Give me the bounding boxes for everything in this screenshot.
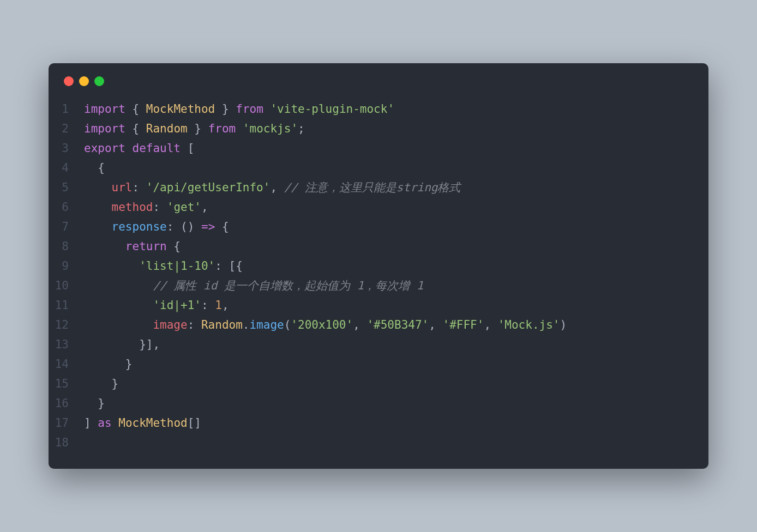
code-token: ,	[484, 318, 497, 331]
code-token: import	[84, 102, 125, 116]
code-token	[84, 259, 139, 273]
code-token	[112, 416, 119, 430]
code-token: :	[133, 181, 146, 194]
code-token: []	[188, 416, 201, 430]
code-token: ,	[353, 318, 367, 331]
line-content: url: '/api/getUserInfo', // 注意，这里只能是stri…	[84, 178, 460, 197]
code-token: return	[125, 240, 167, 253]
code-token	[215, 102, 222, 116]
line-content: response: () => {	[84, 217, 229, 237]
code-token: }	[222, 102, 229, 116]
code-token	[84, 318, 153, 331]
line-number: 16	[49, 394, 84, 413]
line-number: 3	[49, 138, 84, 158]
code-token: '200x100'	[291, 318, 353, 331]
code-token: ,	[270, 181, 284, 194]
code-token: .	[243, 318, 250, 331]
code-token: [	[181, 142, 194, 155]
code-token	[139, 102, 146, 116]
code-line: 18	[49, 433, 708, 452]
code-line: 2import { Random } from 'mockjs';	[49, 119, 708, 138]
code-token: image	[249, 318, 284, 331]
line-content: 'id|+1': 1,	[84, 295, 229, 315]
code-token: ()	[181, 220, 194, 233]
code-token: MockMethod	[146, 102, 215, 116]
code-token: {	[84, 161, 105, 174]
code-line: 1import { MockMethod } from 'vite-plugin…	[49, 99, 708, 119]
code-token: ,	[222, 299, 229, 312]
code-token: from	[236, 102, 263, 116]
code-token: ,	[429, 318, 442, 331]
code-token: // 属性 id 是一个自增数，起始值为 1，每次增 1	[153, 279, 423, 292]
code-token: Random	[146, 122, 188, 135]
code-token	[125, 142, 133, 155]
line-content: // 属性 id 是一个自增数，起始值为 1，每次增 1	[84, 276, 424, 295]
line-content: import { MockMethod } from 'vite-plugin-…	[84, 99, 394, 119]
code-token: {	[133, 122, 140, 135]
code-token: }	[84, 377, 118, 390]
line-content: }],	[84, 335, 160, 354]
code-token	[188, 122, 195, 135]
code-token: : [{	[215, 259, 243, 273]
code-token	[84, 220, 112, 233]
line-content: }	[84, 354, 133, 374]
line-content: method: 'get',	[84, 197, 208, 217]
code-line: 7 response: () => {	[49, 217, 708, 237]
code-token	[194, 220, 201, 233]
code-token: '/api/getUserInfo'	[146, 181, 271, 194]
line-number: 15	[49, 374, 84, 394]
code-editor[interactable]: 1import { MockMethod } from 'vite-plugin…	[49, 99, 708, 452]
code-token	[125, 122, 133, 135]
traffic-lights	[49, 76, 708, 99]
code-token: 'mockjs'	[243, 122, 298, 135]
code-token: 'id|+1'	[153, 299, 201, 312]
code-token: :	[188, 318, 201, 331]
code-token: image	[153, 318, 187, 331]
line-number: 5	[49, 178, 84, 197]
code-line: 5 url: '/api/getUserInfo', // 注意，这里只能是st…	[49, 178, 708, 197]
close-icon[interactable]	[64, 76, 74, 86]
code-token: 'get'	[167, 201, 201, 214]
code-window: 1import { MockMethod } from 'vite-plugin…	[49, 63, 708, 469]
code-token: (	[284, 318, 291, 331]
code-line: 13 }],	[49, 335, 708, 354]
line-number: 2	[49, 119, 84, 138]
code-token: ,	[201, 201, 208, 214]
code-line: 14 }	[49, 354, 708, 374]
code-token	[84, 279, 153, 292]
line-number: 13	[49, 335, 84, 354]
code-token: Random	[201, 318, 243, 331]
line-content: import { Random } from 'mockjs';	[84, 119, 305, 138]
line-number: 1	[49, 99, 84, 119]
code-token: as	[98, 416, 111, 430]
code-line: 6 method: 'get',	[49, 197, 708, 217]
code-token: :	[201, 299, 215, 312]
line-content: {	[84, 158, 105, 178]
line-number: 14	[49, 354, 84, 374]
code-line: 4 {	[49, 158, 708, 178]
line-content: image: Random.image('200x100', '#50B347'…	[84, 315, 567, 335]
line-content: }	[84, 374, 118, 394]
code-line: 9 'list|1-10': [{	[49, 256, 708, 276]
maximize-icon[interactable]	[94, 76, 104, 86]
code-token: default	[133, 142, 181, 155]
code-token: 'Mock.js'	[498, 318, 560, 331]
code-token: }	[84, 358, 133, 371]
code-token: )	[560, 318, 567, 331]
line-number: 9	[49, 256, 84, 276]
code-token: '#FFF'	[443, 318, 484, 331]
code-token	[236, 122, 243, 135]
code-line: 17] as MockMethod[]	[49, 413, 708, 433]
code-token: response	[112, 220, 167, 233]
line-number: 4	[49, 158, 84, 178]
code-line: 16 }	[49, 394, 708, 413]
line-content: return {	[84, 237, 181, 256]
code-line: 11 'id|+1': 1,	[49, 295, 708, 315]
line-number: 17	[49, 413, 84, 433]
code-token: }	[194, 122, 201, 135]
code-token: method	[112, 201, 153, 214]
minimize-icon[interactable]	[79, 76, 89, 86]
code-token	[229, 102, 236, 116]
code-token: {	[215, 220, 229, 233]
line-number: 12	[49, 315, 84, 335]
